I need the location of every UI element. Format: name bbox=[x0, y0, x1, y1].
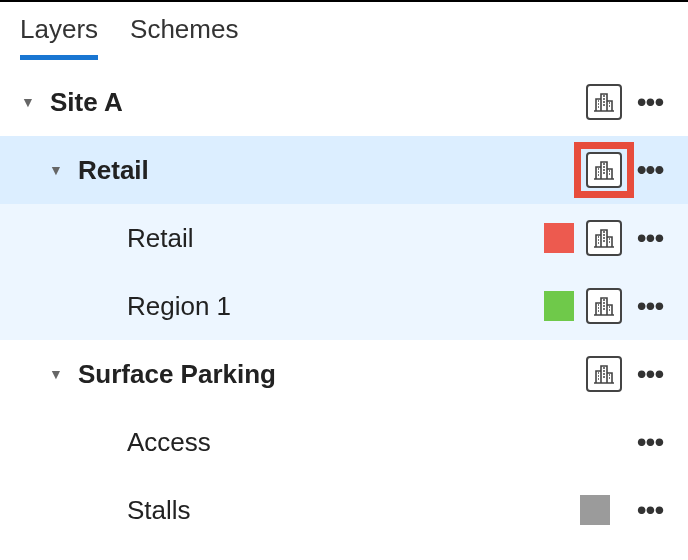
color-swatch[interactable] bbox=[580, 495, 610, 525]
tree-label: Region 1 bbox=[127, 291, 544, 322]
color-swatch[interactable] bbox=[544, 223, 574, 253]
tree-row-retail-group[interactable]: ▼ Retail ••• bbox=[0, 136, 688, 204]
tree-label: Retail bbox=[78, 155, 586, 186]
layer-tree: ▼ Site A ••• ▼ Retail ••• ▼ Retail ••• ▼… bbox=[0, 68, 688, 544]
building-icon[interactable] bbox=[586, 152, 622, 188]
tree-label: Surface Parking bbox=[78, 359, 586, 390]
more-icon[interactable]: ••• bbox=[632, 86, 668, 118]
chevron-down-icon[interactable]: ▼ bbox=[46, 366, 66, 382]
more-icon[interactable]: ••• bbox=[632, 426, 668, 458]
tree-row-stalls[interactable]: ▼ Stalls ••• bbox=[0, 476, 688, 544]
color-swatch[interactable] bbox=[544, 291, 574, 321]
tree-row-retail-item[interactable]: ▼ Retail ••• bbox=[0, 204, 688, 272]
tree-row-site-a[interactable]: ▼ Site A ••• bbox=[0, 68, 688, 136]
tree-row-region1[interactable]: ▼ Region 1 ••• bbox=[0, 272, 688, 340]
tree-label: Site A bbox=[50, 87, 586, 118]
tree-label: Access bbox=[127, 427, 622, 458]
tree-row-surface-parking[interactable]: ▼ Surface Parking ••• bbox=[0, 340, 688, 408]
tree-row-access[interactable]: ▼ Access ••• bbox=[0, 408, 688, 476]
building-icon[interactable] bbox=[586, 288, 622, 324]
more-icon[interactable]: ••• bbox=[632, 358, 668, 390]
chevron-down-icon[interactable]: ▼ bbox=[46, 162, 66, 178]
tab-layers[interactable]: Layers bbox=[20, 14, 98, 60]
building-icon[interactable] bbox=[586, 356, 622, 392]
building-icon[interactable] bbox=[586, 84, 622, 120]
more-icon[interactable]: ••• bbox=[632, 222, 668, 254]
tree-label: Retail bbox=[127, 223, 544, 254]
more-icon[interactable]: ••• bbox=[632, 154, 668, 186]
more-icon[interactable]: ••• bbox=[632, 494, 668, 526]
more-icon[interactable]: ••• bbox=[632, 290, 668, 322]
tree-label: Stalls bbox=[127, 495, 580, 526]
tab-schemes[interactable]: Schemes bbox=[130, 14, 238, 60]
building-icon[interactable] bbox=[586, 220, 622, 256]
chevron-down-icon[interactable]: ▼ bbox=[18, 94, 38, 110]
